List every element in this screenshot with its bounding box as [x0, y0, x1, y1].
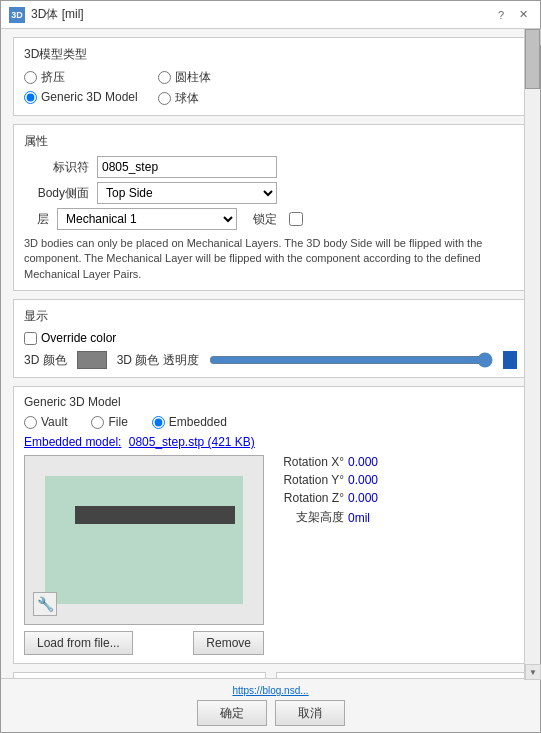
vault-option[interactable]: Vault [24, 415, 67, 429]
body-side-select[interactable]: Top Side Bottom Side [97, 182, 277, 204]
cylinder-radio[interactable] [158, 71, 171, 84]
cancel-button[interactable]: 取消 [275, 700, 345, 726]
extrude-radio[interactable] [24, 71, 37, 84]
lock-checkbox[interactable] [289, 212, 303, 226]
rotation-y-label: Rotation Y° [274, 473, 344, 487]
model-buttons: Load from file... Remove [24, 631, 264, 655]
footer-buttons: 确定 取消 [197, 700, 345, 726]
window-icon: 3D [9, 7, 25, 23]
footer: https://blog.nsd... 确定 取消 [1, 678, 540, 732]
rotation-z-label: Rotation Z° [274, 491, 344, 505]
vault-radio[interactable] [24, 416, 37, 429]
model-type-section: 3D模型类型 挤压 Generic 3D Model 圆柱体 [13, 37, 528, 116]
sphere-radio[interactable] [158, 92, 171, 105]
height-label: 支架高度 [274, 509, 344, 526]
vault-label: Vault [41, 415, 67, 429]
override-row: Override color [24, 331, 517, 345]
title-bar-left: 3D 3D体 [mil] [9, 6, 84, 23]
embedded-option[interactable]: Embedded [152, 415, 227, 429]
layer-select[interactable]: Mechanical 1 Mechanical 2 Mechanical 3 [57, 208, 237, 230]
generic-model-label: Generic 3D Model [24, 395, 517, 409]
rotation-z-value[interactable]: 0.000 [348, 491, 378, 505]
extrude-option[interactable]: 挤压 [24, 69, 138, 86]
color-row: 3D 颜色 3D 颜色 透明度 [24, 351, 517, 369]
scrollbar-thumb[interactable] [525, 29, 540, 89]
override-checkbox[interactable] [24, 332, 37, 345]
color-swatch[interactable] [77, 351, 107, 369]
cylinder-label: 圆柱体 [175, 69, 211, 86]
content-area: 3D模型类型 挤压 Generic 3D Model 圆柱体 [1, 29, 540, 678]
model-params: Rotation X° 0.000 Rotation Y° 0.000 Rota… [274, 455, 517, 655]
help-button[interactable]: ? [492, 6, 510, 24]
color-label: 3D 颜色 [24, 352, 67, 369]
display-section: 显示 Override color 3D 颜色 3D 颜色 透明度 [13, 299, 528, 378]
lock-label: 锁定 [253, 211, 277, 228]
id-input[interactable] [97, 156, 277, 178]
rotation-y-value[interactable]: 0.000 [348, 473, 378, 487]
cylinder-option[interactable]: 圆柱体 [158, 69, 211, 86]
generic-radio[interactable] [24, 91, 37, 104]
embedded-label: Embedded [169, 415, 227, 429]
model-preview-bar [75, 506, 235, 524]
file-option[interactable]: File [91, 415, 127, 429]
generic-option[interactable]: Generic 3D Model [24, 90, 138, 104]
embedded-model-label: Embedded model: [24, 435, 121, 449]
generic-label: Generic 3D Model [41, 90, 138, 104]
rotation-z-row: Rotation Z° 0.000 [274, 491, 517, 505]
main-window: 3D 3D体 [mil] ? ✕ ▲ ▼ 3D模型类型 挤压 [0, 0, 541, 733]
embedded-radio[interactable] [152, 416, 165, 429]
height-row: 支架高度 0mil [274, 509, 517, 526]
properties-section: 属性 标识符 Body侧面 Top Side Bottom Side 层 Mec… [13, 124, 528, 291]
ok-button[interactable]: 确定 [197, 700, 267, 726]
load-from-file-button[interactable]: Load from file... [24, 631, 133, 655]
rotation-x-label: Rotation X° [274, 455, 344, 469]
model-main-area: 🔧 Load from file... Remove Rotation X° 0… [24, 455, 517, 655]
model-type-label: 3D模型类型 [24, 46, 517, 63]
title-bar-controls: ? ✕ [492, 6, 532, 24]
opacity-slider[interactable] [209, 351, 493, 369]
opacity-indicator [503, 351, 517, 369]
embedded-file-row: Embedded model: 0805_step.stp (421 KB) [24, 435, 517, 449]
model-source-row: Vault File Embedded [24, 415, 517, 429]
properties-label: 属性 [24, 133, 517, 150]
rotation-x-value[interactable]: 0.000 [348, 455, 378, 469]
model-preview: 🔧 [24, 455, 264, 625]
rotation-x-row: Rotation X° 0.000 [274, 455, 517, 469]
opacity-label: 3D 颜色 透明度 [117, 352, 199, 369]
window-title: 3D体 [mil] [31, 6, 84, 23]
sphere-label: 球体 [175, 90, 199, 107]
sphere-option[interactable]: 球体 [158, 90, 211, 107]
scrollbar-down-button[interactable]: ▼ [525, 664, 541, 680]
file-label: File [108, 415, 127, 429]
body-side-label: Body侧面 [24, 185, 89, 202]
override-label: Override color [41, 331, 116, 345]
footer-link[interactable]: https://blog.nsd... [232, 685, 308, 696]
info-text: 3D bodies can only be placed on Mechanic… [24, 236, 517, 282]
file-radio[interactable] [91, 416, 104, 429]
close-button[interactable]: ✕ [514, 6, 532, 24]
display-label: 显示 [24, 308, 517, 325]
id-label: 标识符 [24, 159, 89, 176]
title-bar: 3D 3D体 [mil] ? ✕ [1, 1, 540, 29]
body-side-row: Body侧面 Top Side Bottom Side [24, 182, 517, 204]
layer-row: 层 Mechanical 1 Mechanical 2 Mechanical 3… [24, 208, 517, 230]
wrench-button[interactable]: 🔧 [33, 592, 57, 616]
identifier-row: 标识符 [24, 156, 517, 178]
model-preview-inner [45, 476, 243, 604]
remove-button[interactable]: Remove [193, 631, 264, 655]
height-value[interactable]: 0mil [348, 511, 370, 525]
scrollbar-track: ▲ ▼ [524, 29, 540, 680]
rotation-y-row: Rotation Y° 0.000 [274, 473, 517, 487]
generic-model-section: Generic 3D Model Vault File Embedded Emb… [13, 386, 528, 664]
extrude-label: 挤压 [41, 69, 65, 86]
embedded-model-link[interactable]: 0805_step.stp (421 KB) [129, 435, 255, 449]
layer-label: 层 [24, 211, 49, 228]
